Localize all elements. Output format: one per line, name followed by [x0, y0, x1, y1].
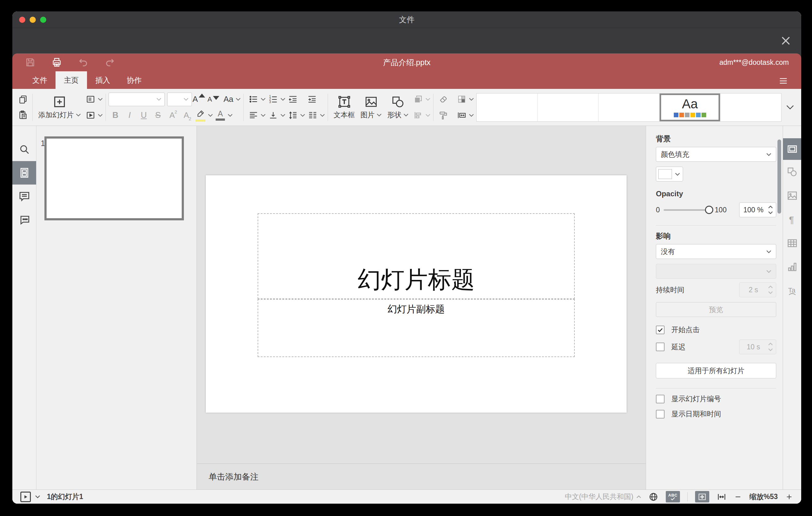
show-date-time-checkbox[interactable] [656, 410, 665, 419]
bold-button[interactable]: B [109, 111, 122, 120]
start-slideshow-button[interactable] [84, 109, 97, 122]
subtitle-placeholder[interactable]: 幻灯片副标题 [258, 299, 575, 357]
align-shape-button[interactable] [411, 109, 425, 122]
start-preview-button[interactable] [20, 492, 31, 502]
spellcheck-toggle[interactable]: ABC [666, 491, 680, 503]
bullet-list-button[interactable] [246, 93, 260, 106]
theme-gallery-expand-button[interactable] [783, 93, 798, 122]
copy-button[interactable] [16, 93, 30, 107]
print-button[interactable] [51, 57, 62, 68]
chevron-down-icon[interactable] [320, 114, 325, 117]
spinner-down-icon[interactable] [768, 211, 773, 214]
chevron-down-icon[interactable] [228, 114, 233, 117]
font-name-select[interactable] [109, 93, 165, 106]
chevron-down-icon[interactable] [236, 97, 241, 101]
theme-colors-button[interactable] [455, 93, 468, 106]
chevron-down-icon[interactable] [98, 114, 103, 117]
zoom-in-button[interactable] [785, 493, 793, 501]
chevron-down-icon[interactable] [35, 495, 40, 498]
fit-to-width-button[interactable] [717, 492, 727, 502]
chat-button[interactable] [12, 208, 36, 231]
tab-insert[interactable]: 插入 [87, 71, 118, 89]
zoom-out-button[interactable] [734, 493, 742, 501]
insert-shape-button[interactable]: 形状 [384, 95, 411, 120]
decrease-indent-button[interactable] [286, 93, 299, 106]
add-slide-button[interactable]: 添加幻灯片 [35, 95, 84, 120]
slide-layout-button[interactable] [84, 93, 97, 106]
horizontal-align-button[interactable] [246, 109, 260, 122]
background-color-picker[interactable] [656, 167, 683, 181]
columns-button[interactable] [306, 109, 319, 122]
redo-button[interactable] [104, 57, 115, 68]
language-selector[interactable]: 中文(中华人民共和国) [565, 492, 641, 501]
line-spacing-button[interactable] [286, 109, 299, 122]
numbered-list-button[interactable]: 123 [266, 93, 280, 106]
chevron-down-icon[interactable] [426, 97, 430, 101]
tab-file[interactable]: 文件 [24, 71, 56, 89]
opacity-slider-thumb[interactable] [705, 206, 713, 214]
spinner-up-icon[interactable] [768, 205, 773, 209]
theme-option[interactable] [477, 93, 538, 121]
image-settings-tab[interactable] [783, 183, 801, 207]
increase-font-button[interactable]: A [193, 93, 207, 106]
panel-scrollbar[interactable] [778, 140, 781, 213]
highlight-color-button[interactable] [194, 109, 207, 122]
delay-spinner[interactable]: 10 s [739, 340, 776, 354]
chevron-down-icon[interactable] [469, 97, 474, 101]
arrange-shape-button[interactable] [411, 93, 425, 106]
font-color-button[interactable]: A [213, 109, 227, 122]
tab-home[interactable]: 主页 [56, 71, 87, 89]
title-placeholder[interactable]: 幻灯片标题 [258, 213, 575, 299]
font-size-select[interactable] [167, 93, 192, 106]
slide[interactable]: 幻灯片标题 幻灯片副标题 [206, 175, 627, 412]
shape-settings-tab[interactable] [783, 160, 801, 183]
chevron-down-icon[interactable] [261, 97, 266, 101]
copy-style-button[interactable] [436, 109, 450, 122]
theme-option-selected[interactable]: Aa [660, 93, 721, 121]
close-editor-button[interactable] [779, 34, 792, 48]
chevron-down-icon[interactable] [208, 114, 213, 117]
close-traffic-light[interactable] [19, 17, 25, 23]
italic-button[interactable]: I [123, 111, 136, 120]
theme-option[interactable] [599, 93, 660, 121]
notes-area[interactable]: 单击添加备注 [197, 463, 646, 489]
fit-to-slide-button[interactable] [695, 491, 709, 503]
tab-collaboration[interactable]: 协作 [118, 71, 150, 89]
undo-button[interactable] [78, 57, 89, 68]
show-slide-number-checkbox[interactable] [656, 395, 665, 403]
duration-spinner[interactable]: 2 s [739, 282, 776, 297]
delay-checkbox[interactable] [656, 343, 665, 351]
chevron-down-icon[interactable] [98, 97, 103, 101]
chart-settings-tab[interactable] [783, 255, 801, 279]
opacity-spinner[interactable]: 100 % [739, 202, 776, 217]
apply-to-all-button[interactable]: 适用于所有幻灯片 [656, 363, 776, 378]
save-button[interactable] [25, 57, 36, 68]
set-language-button[interactable] [648, 492, 658, 502]
start-on-click-checkbox[interactable] [656, 325, 665, 334]
chevron-down-icon[interactable] [426, 114, 430, 117]
increase-indent-button[interactable] [305, 93, 319, 106]
clear-style-button[interactable] [436, 93, 450, 106]
paste-button[interactable] [16, 108, 30, 122]
slide-size-button[interactable] [455, 109, 468, 122]
menu-button[interactable] [777, 75, 789, 86]
slide-settings-tab[interactable] [783, 138, 801, 160]
chevron-down-icon[interactable] [281, 114, 285, 117]
vertical-align-button[interactable] [266, 109, 280, 122]
theme-option[interactable] [720, 93, 781, 121]
insert-image-button[interactable]: 图片 [357, 95, 384, 120]
slide-thumbnail[interactable] [45, 136, 184, 220]
opacity-slider[interactable] [664, 209, 709, 211]
fullscreen-traffic-light[interactable] [40, 17, 46, 23]
table-settings-tab[interactable] [783, 231, 801, 255]
background-fill-select[interactable]: 颜色填充 [656, 147, 776, 162]
subscript-button[interactable]: A2 [179, 111, 193, 120]
insert-textbox-button[interactable]: 文本框 [331, 95, 357, 120]
search-button[interactable] [12, 138, 36, 161]
effect-select[interactable]: 没有 [656, 244, 776, 259]
change-case-button[interactable]: Aa [222, 93, 235, 106]
chevron-down-icon[interactable] [469, 114, 474, 117]
underline-button[interactable]: U [137, 111, 150, 120]
textart-settings-tab[interactable]: Ta [783, 279, 801, 303]
user-account[interactable]: adm***@dootask.com [720, 58, 789, 67]
